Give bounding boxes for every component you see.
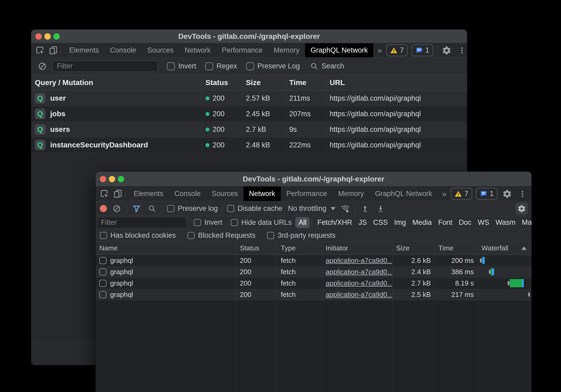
- disable-cache-checkbox[interactable]: [227, 205, 234, 212]
- tab-sources[interactable]: Sources: [142, 43, 179, 57]
- column-header-name[interactable]: Name: [96, 242, 236, 255]
- more-tabs-icon[interactable]: »: [438, 186, 451, 201]
- tab-console[interactable]: Console: [169, 186, 206, 201]
- filter-funnel-icon[interactable]: [131, 203, 142, 214]
- clear-icon[interactable]: [111, 203, 123, 214]
- filter-type-doc[interactable]: Doc: [456, 217, 475, 228]
- tab-elements[interactable]: Elements: [128, 186, 169, 201]
- waterfall-bar: [510, 279, 522, 287]
- tab-network[interactable]: Network: [244, 186, 281, 201]
- messages-badge[interactable]: 1: [476, 188, 498, 200]
- row-checkbox[interactable]: [99, 257, 106, 264]
- messages-badge[interactable]: 1: [412, 44, 433, 56]
- table-row[interactable]: QinstanceSecurityDashboard 200 2.48 kB 2…: [31, 137, 467, 153]
- row-checkbox[interactable]: [99, 291, 106, 298]
- filter-type-font[interactable]: Font: [435, 217, 456, 228]
- url-value: https://gitlab.com/api/graphql: [330, 125, 421, 134]
- network-conditions-icon[interactable]: [339, 203, 351, 214]
- search-icon[interactable]: [146, 203, 158, 214]
- export-har-icon[interactable]: [375, 203, 386, 214]
- column-header-initiator[interactable]: Initiator: [322, 242, 392, 255]
- column-header-waterfall[interactable]: Waterfall: [478, 242, 531, 255]
- type-value: fetch: [277, 289, 322, 300]
- filter-type-ws[interactable]: WS: [475, 217, 493, 228]
- preserve-log-checkbox[interactable]: [167, 205, 174, 212]
- request-row[interactable]: graphql 200 fetch application-a7ca9d0… 2…: [96, 255, 531, 266]
- titlebar[interactable]: DevTools - gitlab.com/-/graphql-explorer: [96, 172, 531, 186]
- column-header-size[interactable]: Size: [392, 242, 435, 255]
- tab-console[interactable]: Console: [105, 43, 142, 57]
- scrollbar-gutter[interactable]: [529, 242, 529, 392]
- titlebar[interactable]: DevTools - gitlab.com/-/graphql-explorer: [31, 30, 467, 43]
- request-row[interactable]: graphql 200 fetch application-a7ca9d0… 2…: [96, 266, 531, 278]
- row-checkbox[interactable]: [99, 280, 106, 287]
- size-value: 2.6 kB: [392, 255, 435, 266]
- third-party-requests-checkbox[interactable]: [267, 232, 274, 239]
- import-har-icon[interactable]: [359, 203, 371, 214]
- column-header-time[interactable]: Time: [286, 75, 326, 90]
- blocked-requests-checkbox[interactable]: [188, 232, 195, 239]
- invert-checkbox[interactable]: [194, 219, 201, 226]
- messages-count: 1: [425, 46, 429, 54]
- tab-network[interactable]: Network: [179, 43, 216, 57]
- column-header-status[interactable]: Status: [202, 75, 242, 90]
- table-row[interactable]: Qusers 200 2.7 kB 9s https://gitlab.com/…: [31, 122, 467, 137]
- filter-type-js[interactable]: JS: [355, 217, 370, 228]
- gear-icon[interactable]: [501, 188, 513, 200]
- regex-checkbox[interactable]: [205, 62, 213, 70]
- tab-graphql-network[interactable]: GraphQL Network: [305, 43, 373, 57]
- request-row[interactable]: graphql 200 fetch application-a7ca9d0… 2…: [96, 278, 531, 289]
- column-header-url[interactable]: URL: [326, 75, 467, 90]
- column-header-size[interactable]: Size: [242, 75, 286, 90]
- throttling-select[interactable]: No throttling: [288, 204, 335, 213]
- table-row[interactable]: Quser 200 2.57 kB 211ms https://gitlab.c…: [31, 91, 467, 106]
- preserve-log-checkbox[interactable]: [246, 62, 254, 70]
- initiator-link[interactable]: application-a7ca9d0…: [326, 291, 392, 299]
- tab-memory[interactable]: Memory: [268, 43, 305, 57]
- warnings-badge[interactable]: 7: [386, 44, 408, 56]
- filter-input[interactable]: [52, 61, 158, 72]
- tab-sources[interactable]: Sources: [206, 186, 244, 201]
- invert-checkbox[interactable]: [167, 62, 175, 70]
- warning-icon: [390, 47, 398, 54]
- filter-type-wasm[interactable]: Wasm: [492, 217, 519, 228]
- tab-memory[interactable]: Memory: [333, 186, 370, 201]
- gear-icon[interactable]: [441, 45, 452, 56]
- tab-performance[interactable]: Performance: [216, 43, 268, 57]
- initiator-link[interactable]: application-a7ca9d0…: [326, 268, 392, 276]
- kebab-icon[interactable]: [517, 188, 528, 200]
- search-button[interactable]: Search: [310, 62, 344, 70]
- kebab-icon[interactable]: [456, 45, 467, 56]
- column-header-time[interactable]: Time: [435, 242, 478, 255]
- filter-type-css[interactable]: CSS: [370, 217, 391, 228]
- filter-type-fetch-xhr[interactable]: Fetch/XHR: [314, 217, 355, 228]
- warnings-badge[interactable]: 7: [451, 188, 472, 200]
- filter-type-all[interactable]: All: [295, 217, 310, 228]
- device-toolbar-icon[interactable]: [48, 45, 59, 56]
- column-header-status[interactable]: Status: [236, 242, 277, 255]
- more-tabs-icon[interactable]: »: [373, 43, 386, 57]
- inspect-icon[interactable]: [99, 188, 110, 200]
- column-header-query-mutation[interactable]: Query / Mutation: [31, 75, 202, 90]
- device-toolbar-icon[interactable]: [112, 188, 124, 200]
- filter-type-img[interactable]: Img: [391, 217, 409, 228]
- filter-input[interactable]: [98, 218, 185, 228]
- record-icon[interactable]: [100, 205, 107, 212]
- tab-elements[interactable]: Elements: [64, 43, 105, 57]
- filter-type-media[interactable]: Media: [409, 217, 435, 228]
- block-icon[interactable]: [36, 60, 48, 72]
- hide-data-urls-checkbox[interactable]: [231, 219, 238, 226]
- filter-type-manifest[interactable]: Manifest: [519, 217, 531, 228]
- request-row[interactable]: graphql 200 fetch application-a7ca9d0… 2…: [96, 289, 531, 300]
- column-header-type[interactable]: Type: [277, 242, 322, 255]
- has-blocked-cookies-checkbox[interactable]: [100, 232, 107, 239]
- initiator-link[interactable]: application-a7ca9d0…: [326, 256, 392, 265]
- initiator-link[interactable]: application-a7ca9d0…: [326, 279, 392, 287]
- table-row[interactable]: Qjobs 200 2.45 kB 207ms https://gitlab.c…: [31, 106, 467, 122]
- row-checkbox[interactable]: [99, 268, 106, 276]
- tab-graphql-network[interactable]: GraphQL Network: [370, 186, 438, 201]
- throttling-value: No throttling: [288, 204, 326, 213]
- tab-performance[interactable]: Performance: [281, 186, 333, 201]
- network-settings-gear-icon[interactable]: [516, 203, 528, 215]
- inspect-icon[interactable]: [34, 45, 46, 56]
